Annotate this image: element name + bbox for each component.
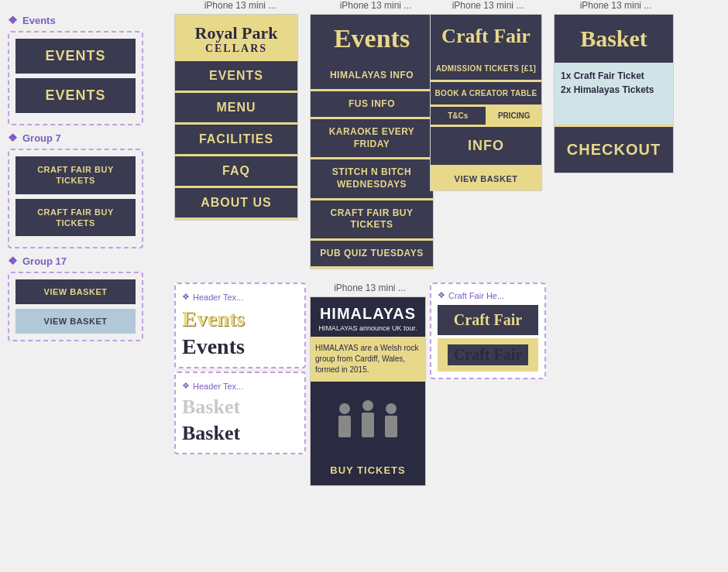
rpc-logo-top: Royal Park bbox=[181, 24, 291, 43]
craft-tabs: T&Cs PRICING bbox=[431, 107, 541, 125]
view-basket-dark-btn[interactable]: VIEW BASKET bbox=[15, 279, 136, 304]
himalayas-announce: HIMALAYAS announce UK tour. bbox=[314, 324, 422, 332]
group17-box: VIEW BASKET VIEW BASKET bbox=[8, 272, 143, 341]
basket-phone-label: iPhone 13 mini ... bbox=[554, 0, 678, 11]
left-panel: ❖ Events EVENTS EVENTS ❖ Group 7 CRAFT F… bbox=[8, 8, 143, 344]
events-phone-column: iPhone 13 mini ... Events HIMALAYAS INFO… bbox=[310, 0, 441, 269]
events-nav-himalayas[interactable]: HIMALAYAS INFO bbox=[311, 63, 433, 89]
rpc-nav-faq[interactable]: FAQ bbox=[175, 156, 297, 186]
craft-fair-btn-2[interactable]: CRAFT FAIR BUY TICKETS bbox=[15, 199, 136, 237]
craft-phone-screen: Craft Fair ADMISSION TICKETS [£1] BOOK A… bbox=[430, 14, 542, 191]
group7-box: CRAFT FAIR BUY TICKETS CRAFT FAIR BUY TI… bbox=[8, 149, 143, 248]
events-phone-screen: Events HIMALAYAS INFO FUS INFO KARAOKE E… bbox=[310, 14, 434, 269]
events-button-2[interactable]: EVENTS bbox=[15, 78, 136, 113]
rpc-phone-label: iPhone 13 mini ... bbox=[174, 0, 306, 11]
craft-info-btn[interactable]: INFO bbox=[431, 127, 541, 165]
craft-view-basket-btn[interactable]: VIEW BASKET bbox=[431, 167, 541, 190]
rpc-nav-menu[interactable]: MENU bbox=[175, 93, 297, 122]
header-text-box-1: ❖ Header Tex... Events Events bbox=[174, 283, 306, 368]
view-basket-light-btn[interactable]: VIEW BASKET bbox=[15, 309, 136, 334]
events-nav-pub[interactable]: PUB QUIZ TUESDAYS bbox=[311, 241, 433, 267]
events-text-gold: Events bbox=[182, 307, 298, 331]
craft-header-label: ❖ Craft Fair He... bbox=[438, 290, 538, 300]
himalayas-phone-screen: HIMALAYAS HIMALAYAS announce UK tour. HI… bbox=[310, 296, 426, 486]
craft-fair-btn-1[interactable]: CRAFT FAIR BUY TICKETS bbox=[15, 156, 136, 194]
events-phone-label: iPhone 13 mini ... bbox=[310, 0, 441, 11]
himalayas-phone-column: iPhone 13 mini ... HIMALAYAS HIMALAYAS a… bbox=[310, 283, 430, 486]
craft-tab-tandc[interactable]: T&Cs bbox=[431, 107, 486, 125]
rpc-nav-facilities[interactable]: FACILITIES bbox=[175, 125, 297, 154]
craft-book-btn[interactable]: BOOK A CREATOR TABLE bbox=[431, 82, 541, 104]
himalayas-buy-btn[interactable]: BUY TICKETS bbox=[311, 455, 425, 485]
diamond-icon-2: ❖ bbox=[8, 132, 18, 144]
events-text-dark: Events bbox=[182, 334, 298, 359]
events-group-box: EVENTS EVENTS bbox=[8, 31, 143, 125]
himalayas-desc: HIMALAYAS are a Welsh rock group from Ca… bbox=[311, 337, 425, 382]
basket-text-label: ❖ Header Tex... bbox=[182, 381, 298, 391]
craft-header-variants: ❖ Craft Fair He... Craft Fair Craft Fair bbox=[430, 283, 546, 382]
diamond-icon-4: ❖ bbox=[182, 292, 190, 302]
events-button-1[interactable]: EVENTS bbox=[15, 39, 136, 74]
rpc-phone-column: iPhone 13 mini ... Royal Park CELLARS EV… bbox=[174, 0, 306, 221]
basket-item-2: 2x Himalayas Tickets bbox=[561, 84, 667, 95]
basket-phone-screen: Basket 1x Craft Fair Ticket 2x Himalayas… bbox=[554, 14, 674, 173]
diamond-icon-5: ❖ bbox=[182, 381, 190, 391]
craft-phone-label: iPhone 13 mini ... bbox=[430, 0, 546, 11]
craft-header-gold-block: Craft Fair bbox=[438, 305, 538, 335]
group7-label: ❖ Group 7 bbox=[8, 132, 143, 144]
craft-header-inverted-text: Craft Fair bbox=[448, 344, 528, 365]
header-text-variants: ❖ Header Tex... Events Events ❖ Header T… bbox=[174, 283, 306, 454]
rpc-nav-about[interactable]: ABOUT US bbox=[175, 188, 297, 217]
checkout-btn[interactable]: CHECKOUT bbox=[555, 127, 673, 173]
events-nav-craft[interactable]: CRAFT FAIR BUY TICKETS bbox=[311, 200, 433, 238]
himalayas-logo: HIMALAYAS HIMALAYAS announce UK tour. bbox=[311, 297, 425, 337]
craft-header: Craft Fair bbox=[431, 15, 541, 57]
rpc-logo: Royal Park CELLARS bbox=[175, 15, 297, 61]
band-person-1 bbox=[337, 403, 352, 437]
events-group-label: ❖ Events bbox=[8, 14, 143, 26]
craft-header-gold-text: Craft Fair bbox=[454, 311, 522, 328]
header-text-label-1: ❖ Header Tex... bbox=[182, 292, 298, 302]
himalayas-band-image bbox=[311, 382, 425, 455]
basket-header-text: Basket bbox=[561, 26, 667, 52]
band-person-3 bbox=[383, 403, 399, 437]
basket-text-box: ❖ Header Tex... Basket Basket bbox=[174, 372, 306, 454]
basket-content: 1x Craft Fair Ticket 2x Himalayas Ticket… bbox=[555, 63, 673, 125]
diamond-icon-6: ❖ bbox=[438, 290, 445, 300]
rpc-nav-events[interactable]: EVENTS bbox=[175, 61, 297, 91]
himalayas-logo-text: HIMALAYAS bbox=[314, 305, 422, 323]
diamond-icon: ❖ bbox=[8, 14, 18, 26]
events-header-text: Events bbox=[311, 24, 433, 53]
basket-phone-column: iPhone 13 mini ... Basket 1x Craft Fair … bbox=[554, 0, 678, 173]
group17-label: ❖ Group 17 bbox=[8, 255, 143, 267]
band-person-2 bbox=[360, 400, 376, 437]
rpc-phone-screen: Royal Park CELLARS EVENTS MENU FACILITIE… bbox=[174, 14, 298, 221]
craft-header-text: Craft Fair bbox=[437, 24, 535, 48]
events-nav-karaoke[interactable]: KARAOKE EVERY FRIDAY bbox=[311, 119, 433, 157]
diamond-icon-3: ❖ bbox=[8, 255, 18, 267]
band-silhouette bbox=[337, 400, 399, 437]
craft-phone-column: iPhone 13 mini ... Craft Fair ADMISSION … bbox=[430, 0, 546, 191]
basket-header: Basket bbox=[555, 15, 673, 63]
craft-header-inverted-block: Craft Fair bbox=[438, 338, 538, 372]
basket-text-light: Basket bbox=[182, 396, 298, 419]
events-header: Events bbox=[311, 15, 433, 63]
rpc-logo-bottom: CELLARS bbox=[181, 43, 291, 55]
himalayas-phone-label: iPhone 13 mini ... bbox=[310, 283, 430, 293]
basket-text-dark: Basket bbox=[182, 422, 298, 445]
events-nav-stitch[interactable]: STITCH N BITCH WEDNESDAYS bbox=[311, 159, 433, 197]
craft-admission-btn[interactable]: ADMISSION TICKETS [£1] bbox=[431, 57, 541, 80]
events-nav-fus[interactable]: FUS INFO bbox=[311, 91, 433, 118]
craft-header-box: ❖ Craft Fair He... Craft Fair Craft Fair bbox=[430, 283, 546, 379]
basket-item-1: 1x Craft Fair Ticket bbox=[561, 70, 667, 81]
craft-tab-pricing[interactable]: PRICING bbox=[487, 107, 542, 125]
